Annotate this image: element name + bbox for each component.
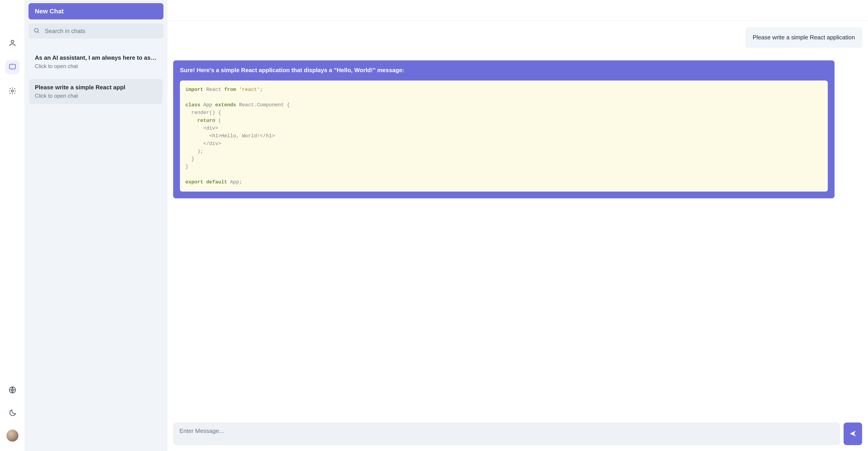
rail-top-group — [5, 36, 20, 98]
profile-icon — [8, 39, 17, 48]
rail-item-language[interactable] — [5, 383, 20, 397]
chat-item-subtitle: Click to open chat — [35, 93, 157, 99]
assistant-message-bubble: Sure! Here's a simple React application … — [173, 60, 835, 198]
send-button[interactable] — [844, 422, 862, 445]
app-root: New Chat As an AI assistant, I am always… — [0, 0, 868, 451]
user-avatar[interactable] — [6, 429, 19, 442]
message-input[interactable] — [173, 422, 840, 445]
search-icon — [33, 27, 45, 35]
chat-item-title: As an AI assistant, I am always here to … — [35, 54, 157, 61]
rail-item-profile[interactable] — [5, 36, 20, 50]
assistant-intro-text: Sure! Here's a simple React application … — [180, 66, 828, 74]
composer — [167, 418, 868, 451]
rail-item-chat[interactable] — [5, 60, 20, 74]
rail-item-settings[interactable] — [5, 84, 20, 98]
message-row-user: Please write a simple React application — [173, 27, 862, 48]
new-chat-button[interactable]: New Chat — [29, 3, 163, 20]
send-icon — [849, 430, 857, 438]
user-message-bubble: Please write a simple React application — [745, 27, 862, 48]
chat-list-item[interactable]: As an AI assistant, I am always here to … — [29, 49, 162, 74]
chat-item-subtitle: Click to open chat — [35, 63, 157, 69]
chat-list-item[interactable]: Please write a simple React applClick to… — [29, 79, 162, 104]
globe-icon — [8, 386, 17, 395]
chat-bubble-icon — [8, 63, 17, 72]
search-wrapper[interactable] — [29, 24, 163, 38]
search-input[interactable] — [45, 28, 158, 35]
code-block: import React from 'react'; class App ext… — [180, 81, 828, 191]
svg-point-4 — [35, 29, 38, 32]
nav-rail — [0, 0, 25, 451]
chat-sidebar: New Chat As an AI assistant, I am always… — [25, 0, 167, 451]
chat-list: As an AI assistant, I am always here to … — [29, 49, 163, 104]
conversation-panel: Please write a simple React application … — [167, 0, 868, 451]
rail-item-dark-mode[interactable] — [5, 406, 20, 420]
chat-item-title: Please write a simple React appl — [35, 84, 157, 91]
rail-bottom-group — [5, 383, 20, 442]
gear-icon — [8, 87, 17, 96]
svg-point-2 — [11, 90, 13, 92]
message-scroll[interactable]: Please write a simple React application … — [167, 21, 868, 418]
svg-point-0 — [11, 40, 14, 43]
moon-icon — [8, 409, 17, 418]
conversation-topbar — [167, 0, 868, 21]
message-row-assistant: Sure! Here's a simple React application … — [173, 60, 862, 198]
